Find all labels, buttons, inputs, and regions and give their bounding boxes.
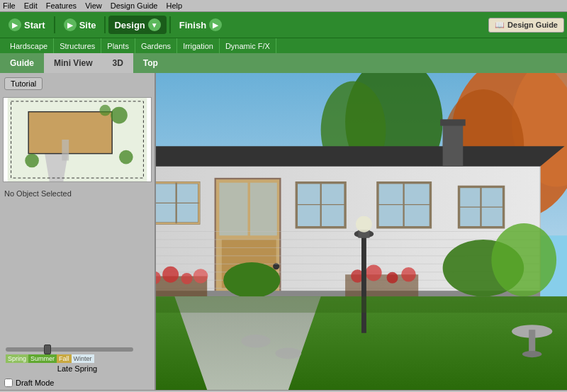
svg-point-70 (276, 347, 302, 359)
left-bottom (0, 202, 155, 339)
menu-features[interactable]: Features (46, 1, 77, 10)
late-spring-label: Late Spring (6, 364, 149, 373)
top-navigation: ▶ Start ▶ Site Design ▼ Finish ▶ 📖 Desig… (0, 12, 567, 38)
start-nav-btn[interactable]: ▶ Start (3, 16, 51, 34)
menu-design-guide[interactable]: Design Guide (111, 1, 158, 10)
tab-top[interactable]: Top (133, 53, 168, 73)
nav-sep-2 (104, 16, 106, 33)
svg-point-6 (25, 154, 39, 168)
svg-point-49 (162, 267, 179, 283)
menubar: File Edit Features View Design Guide Hel… (0, 0, 567, 12)
subnav-plants[interactable]: Plants (101, 38, 135, 53)
svg-point-55 (387, 272, 398, 284)
mini-map (3, 97, 152, 182)
mini-map-svg (4, 98, 151, 181)
season-slider-track[interactable] (6, 347, 133, 352)
right-view: 3D Photo View (156, 73, 567, 390)
no-object-label: No Object Selected (0, 185, 155, 202)
tab-3d[interactable]: 3D (102, 53, 133, 73)
menu-help[interactable]: Help (166, 1, 182, 10)
svg-rect-19 (440, 119, 466, 125)
season-slider-handle[interactable] (44, 345, 51, 354)
subnav-gardens[interactable]: Gardens (135, 38, 177, 53)
svg-rect-8 (62, 140, 69, 161)
menu-file[interactable]: File (3, 1, 16, 10)
draft-mode-area: Draft Mode (0, 376, 155, 390)
svg-rect-26 (250, 183, 277, 236)
svg-point-7 (119, 150, 133, 164)
season-area: Spring Summer Fall Winter Late Spring (0, 342, 155, 376)
svg-point-57 (223, 262, 280, 298)
svg-point-56 (401, 267, 416, 282)
svg-point-51 (193, 269, 208, 284)
site-nav-btn[interactable]: ▶ Site (58, 16, 102, 34)
subnav-irrigation[interactable]: Irrigation (177, 38, 220, 53)
season-winter[interactable]: Winter (72, 354, 94, 363)
season-fall[interactable]: Fall (57, 354, 72, 363)
season-summer[interactable]: Summer (28, 354, 57, 363)
svg-rect-25 (219, 183, 247, 236)
season-spring[interactable]: Spring (6, 354, 28, 363)
subnav-structures[interactable]: Structures (54, 38, 101, 53)
design-guide-button[interactable]: 📖 Design Guide (488, 18, 564, 33)
tab-miniview[interactable]: Mini View (44, 53, 102, 73)
svg-point-68 (522, 351, 542, 357)
svg-point-54 (366, 264, 382, 281)
finish-icon: ▶ (209, 18, 222, 31)
tutorial-button[interactable]: Tutorial (4, 77, 43, 90)
draft-mode-checkbox[interactable] (4, 379, 13, 387)
main-area: Tutorial No (0, 73, 567, 390)
menu-view[interactable]: View (85, 1, 102, 10)
tab-guide[interactable]: Guide (0, 53, 44, 73)
design-nav-btn[interactable]: Design ▼ (108, 16, 166, 34)
subnav-dynamic-fx[interactable]: Dynamic F/X (220, 38, 276, 53)
season-labels: Spring Summer Fall Winter (6, 354, 149, 363)
book-icon: 📖 (495, 21, 505, 30)
svg-point-4 (111, 107, 128, 124)
svg-point-69 (241, 335, 270, 347)
svg-point-59 (491, 223, 556, 296)
left-panel: Tutorial No (0, 73, 156, 390)
draft-mode-label[interactable]: Draft Mode (16, 379, 54, 387)
site-icon: ▶ (64, 18, 77, 31)
svg-marker-17 (156, 146, 565, 167)
scene-svg (156, 73, 567, 390)
nav-sep-1 (54, 16, 55, 33)
svg-rect-71 (156, 296, 567, 313)
design-icon: ▼ (148, 18, 161, 31)
svg-rect-2 (28, 112, 112, 154)
svg-point-50 (181, 273, 193, 284)
menu-edit[interactable]: Edit (24, 1, 38, 10)
svg-point-65 (356, 216, 372, 233)
house-scene (156, 73, 567, 390)
sub-navigation: Hardscape Structures Plants Gardens Irri… (0, 38, 567, 53)
nav-sep-3 (169, 16, 171, 33)
start-icon: ▶ (9, 18, 21, 31)
tabs-row: Guide Mini View 3D Top (0, 53, 567, 73)
subnav-hardscape[interactable]: Hardscape (4, 38, 54, 53)
svg-rect-67 (529, 330, 535, 354)
finish-nav-btn[interactable]: Finish ▶ (174, 16, 228, 34)
svg-rect-62 (361, 235, 366, 333)
svg-point-5 (99, 105, 111, 116)
svg-rect-18 (443, 122, 464, 167)
